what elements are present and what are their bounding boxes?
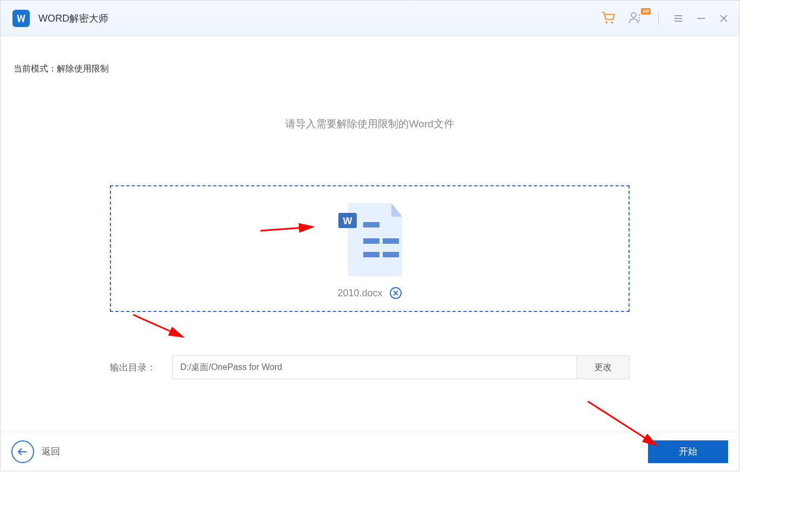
svg-rect-17 [363, 252, 379, 257]
close-icon[interactable] [718, 13, 729, 24]
back-label: 返回 [42, 445, 60, 458]
remove-file-button[interactable] [389, 287, 402, 300]
titlebar-right: VP [600, 9, 729, 28]
svg-rect-16 [383, 238, 399, 244]
svg-point-3 [639, 14, 640, 16]
output-path-input[interactable] [172, 355, 577, 379]
titlebar: WORD解密大师 VP [1, 1, 739, 36]
svg-point-0 [605, 21, 607, 23]
divider [658, 11, 659, 25]
file-row: 2010.docx [337, 287, 402, 300]
svg-point-4 [639, 17, 640, 18]
output-row: 输出目录： 更改 [110, 355, 630, 379]
svg-point-5 [639, 20, 640, 21]
vip-badge: VP [641, 8, 651, 15]
menu-icon[interactable] [673, 13, 684, 24]
app-logo-icon [12, 10, 30, 27]
svg-rect-14 [363, 222, 379, 227]
content-area: 当前模式：解除使用限制 请导入需要解除使用限制的Word文件 W 2010.do… [1, 36, 739, 432]
back-arrow-icon [11, 440, 34, 463]
start-button[interactable]: 开始 [648, 440, 728, 463]
minimize-icon[interactable] [696, 13, 706, 24]
output-label: 输出目录： [110, 361, 156, 374]
file-name: 2010.docx [337, 288, 382, 299]
cart-icon[interactable] [600, 9, 616, 28]
svg-rect-15 [363, 238, 379, 244]
word-document-icon: W [332, 198, 408, 279]
footer: 返回 开始 [1, 432, 739, 471]
back-button[interactable]: 返回 [11, 440, 60, 463]
user-icon[interactable]: VP [628, 10, 644, 27]
svg-point-1 [611, 21, 613, 23]
mode-label: 当前模式：解除使用限制 [14, 63, 726, 75]
svg-point-2 [631, 12, 636, 17]
file-drop-zone[interactable]: W 2010.docx [110, 185, 630, 312]
svg-rect-18 [383, 252, 399, 257]
app-window: WORD解密大师 VP [0, 0, 739, 471]
change-output-button[interactable]: 更改 [577, 355, 630, 379]
svg-text:W: W [343, 216, 352, 226]
import-prompt: 请导入需要解除使用限制的Word文件 [14, 117, 726, 131]
app-title: WORD解密大师 [38, 12, 108, 25]
